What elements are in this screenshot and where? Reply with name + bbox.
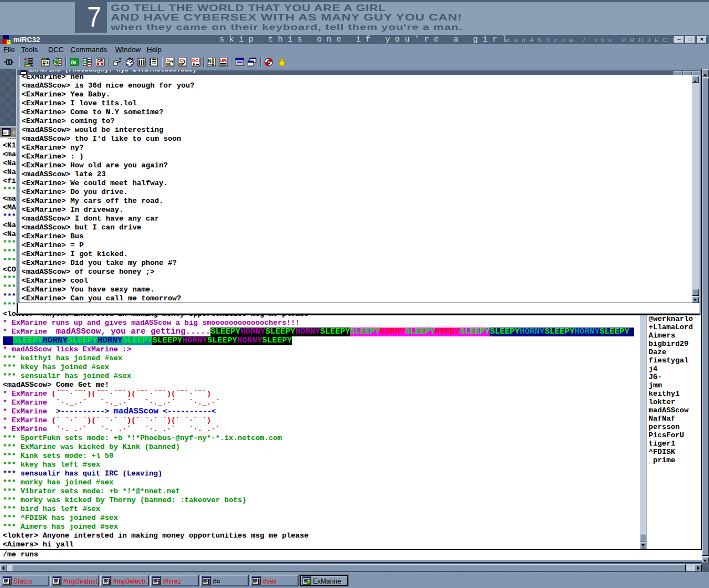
- svg-text:C: C: [179, 58, 183, 63]
- svg-text:DCC: DCC: [192, 58, 201, 63]
- svg-text:/a: /a: [71, 59, 76, 65]
- svg-text:N: N: [208, 58, 212, 64]
- svg-text:S: S: [167, 58, 170, 63]
- svg-text:URL: URL: [220, 58, 228, 63]
- svg-text:?: ?: [307, 580, 310, 584]
- svg-text:#+: #+: [43, 60, 49, 66]
